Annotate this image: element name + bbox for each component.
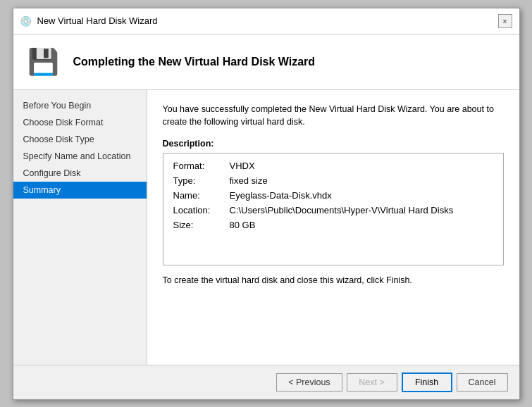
table-row: Type: fixed size bbox=[173, 175, 493, 186]
wizard-window: 💿 New Virtual Hard Disk Wizard × 💾 Compl… bbox=[13, 8, 520, 400]
sidebar-item-before-you-begin[interactable]: Before You Begin bbox=[13, 97, 147, 114]
title-bar-left: 💿 New Virtual Hard Disk Wizard bbox=[20, 15, 158, 27]
desc-key-location: Location: bbox=[173, 205, 230, 215]
window-icon: 💿 bbox=[20, 15, 32, 27]
desc-key-size: Size: bbox=[173, 220, 230, 230]
button-bar: < Previous Next > Finish Cancel bbox=[13, 365, 519, 399]
desc-key-format: Format: bbox=[173, 161, 230, 171]
main-content: You have successfully completed the New … bbox=[147, 90, 519, 365]
desc-key-name: Name: bbox=[173, 190, 230, 201]
sidebar-item-summary[interactable]: Summary bbox=[13, 182, 147, 199]
previous-button[interactable]: < Previous bbox=[276, 373, 342, 392]
sidebar-item-choose-disk-format[interactable]: Choose Disk Format bbox=[13, 114, 147, 131]
window-title: New Virtual Hard Disk Wizard bbox=[37, 15, 158, 26]
sidebar-item-specify-name-location[interactable]: Specify Name and Location bbox=[13, 148, 147, 165]
desc-value-format: VHDX bbox=[230, 161, 255, 171]
content-area: Before You Begin Choose Disk Format Choo… bbox=[13, 90, 519, 365]
sidebar-item-configure-disk[interactable]: Configure Disk bbox=[13, 165, 147, 182]
table-row: Format: VHDX bbox=[173, 161, 493, 171]
wizard-title: Completing the New Virtual Hard Disk Wiz… bbox=[73, 56, 316, 68]
desc-value-size: 80 GB bbox=[230, 220, 256, 230]
finish-button[interactable]: Finish bbox=[402, 372, 452, 392]
close-button[interactable]: × bbox=[498, 14, 512, 28]
intro-text: You have successfully completed the New … bbox=[163, 103, 504, 130]
table-row: Location: C:\Users\Public\Documents\Hype… bbox=[173, 205, 493, 215]
description-box: Format: VHDX Type: fixed size Name: Eyeg… bbox=[163, 153, 504, 265]
next-button: Next > bbox=[347, 373, 397, 392]
desc-value-type: fixed size bbox=[230, 175, 268, 186]
title-bar: 💿 New Virtual Hard Disk Wizard × bbox=[13, 8, 519, 35]
wizard-header: 💾 Completing the New Virtual Hard Disk W… bbox=[13, 35, 519, 90]
footer-text: To create the virtual hard disk and clos… bbox=[163, 275, 504, 285]
cancel-button[interactable]: Cancel bbox=[457, 373, 508, 392]
table-row: Name: Eyeglass-Data-Disk.vhdx bbox=[173, 190, 493, 201]
header-icon: 💾 bbox=[27, 47, 59, 77]
description-label: Description: bbox=[163, 139, 504, 149]
table-row: Size: 80 GB bbox=[173, 220, 493, 230]
desc-value-name: Eyeglass-Data-Disk.vhdx bbox=[230, 190, 332, 201]
desc-key-type: Type: bbox=[173, 175, 230, 186]
sidebar: Before You Begin Choose Disk Format Choo… bbox=[13, 90, 147, 365]
sidebar-item-choose-disk-type[interactable]: Choose Disk Type bbox=[13, 131, 147, 148]
desc-value-location: C:\Users\Public\Documents\Hyper-V\Virtua… bbox=[230, 205, 454, 215]
